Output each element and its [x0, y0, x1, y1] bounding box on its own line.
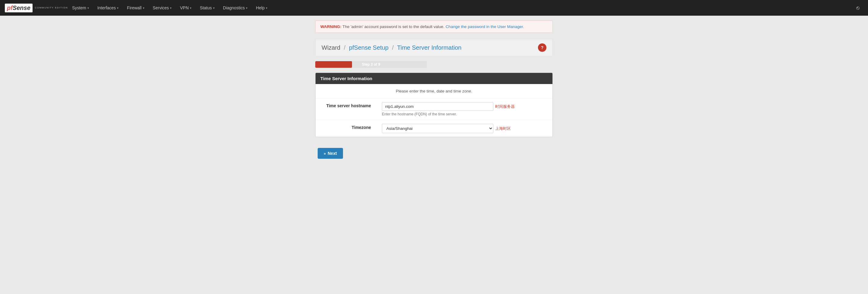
breadcrumb-sep2: /: [392, 44, 394, 51]
system-caret: ▾: [87, 6, 89, 10]
timeserver-input[interactable]: [382, 102, 493, 111]
nav-vpn[interactable]: VPN ▾: [176, 0, 195, 16]
warning-message: The 'admin' account password is set to t…: [342, 24, 445, 29]
time-server-panel: Time Server Information Please enter the…: [315, 73, 553, 137]
next-arrows: »: [324, 151, 326, 156]
nav-status[interactable]: Status ▾: [195, 0, 219, 16]
diagnostics-caret: ▾: [246, 6, 247, 10]
intro-text: Please enter the time, date and time zon…: [315, 84, 553, 98]
progress-bar: Step 3 of 9: [315, 61, 427, 68]
interfaces-caret: ▾: [117, 6, 119, 10]
warning-label: WARNING:: [320, 24, 341, 29]
logout-icon: ⎋: [856, 5, 860, 11]
nav-system[interactable]: System ▾: [68, 0, 93, 16]
brand-logo[interactable]: pfSense COMMUNITY EDITION: [5, 4, 68, 12]
timeserver-label: Time server hostname: [315, 98, 376, 120]
timezone-field-cell: UTC Asia/Shanghai Asia/Tokyo America/New…: [376, 120, 553, 137]
warning-link[interactable]: Change the password in the User Manager.: [445, 24, 524, 29]
brand-subtitle: COMMUNITY EDITION: [35, 6, 68, 9]
breadcrumb-current: Time Server Information: [397, 44, 461, 51]
button-row: » Next: [315, 143, 553, 164]
table-row: Time server hostname 时间服务器 Enter the hos…: [315, 98, 553, 120]
firewall-caret: ▾: [143, 6, 144, 10]
timeserver-overlay: 时间服务器: [495, 104, 515, 109]
breadcrumb-sep1: /: [344, 44, 346, 51]
timeserver-field-cell: 时间服务器 Enter the hostname (FQDN) of the t…: [376, 98, 553, 120]
navbar: pfSense COMMUNITY EDITION System ▾ Inter…: [0, 0, 868, 16]
nav-firewall[interactable]: Firewall ▾: [123, 0, 148, 16]
progress-container: Step 3 of 9: [315, 61, 553, 68]
logout-button[interactable]: ⎋: [852, 0, 863, 16]
timezone-select[interactable]: UTC Asia/Shanghai Asia/Tokyo America/New…: [382, 124, 493, 133]
table-row: Timezone UTC Asia/Shanghai Asia/Tokyo Am…: [315, 120, 553, 137]
next-label: Next: [328, 151, 337, 156]
form-table: Please enter the time, date and time zon…: [315, 84, 553, 137]
services-caret: ▾: [170, 6, 172, 10]
status-caret: ▾: [213, 6, 215, 10]
nav-diagnostics[interactable]: Diagnostics ▾: [219, 0, 252, 16]
breadcrumb-pfsense-setup[interactable]: pfSense Setup: [349, 44, 389, 51]
nav-help[interactable]: Help ▾: [252, 0, 272, 16]
brand-pf: pf: [7, 4, 13, 11]
panel-header: Time Server Information: [315, 73, 553, 84]
help-button[interactable]: ?: [538, 43, 547, 52]
nav-services[interactable]: Services ▾: [149, 0, 176, 16]
brand-sense: Sense: [13, 4, 30, 11]
breadcrumb-base: Wizard: [321, 44, 340, 51]
panel-body: Please enter the time, date and time zon…: [315, 84, 553, 137]
timeserver-help: Enter the hostname (FQDN) of the time se…: [382, 112, 548, 116]
timezone-label: Timezone: [315, 120, 376, 137]
warning-banner: WARNING: The 'admin' account password is…: [315, 21, 553, 33]
page-content: WARNING: The 'admin' account password is…: [310, 16, 558, 168]
next-button[interactable]: » Next: [318, 148, 343, 159]
breadcrumb-text: Wizard / pfSense Setup / Time Server Inf…: [321, 44, 461, 51]
help-caret: ▾: [266, 6, 267, 10]
vpn-caret: ▾: [190, 6, 191, 10]
breadcrumb: Wizard / pfSense Setup / Time Server Inf…: [315, 39, 553, 56]
intro-row: Please enter the time, date and time zon…: [315, 84, 553, 98]
timezone-overlay: 上海时区: [495, 126, 511, 131]
progress-bar-label: Step 3 of 9: [315, 61, 427, 68]
nav-interfaces[interactable]: Interfaces ▾: [93, 0, 123, 16]
